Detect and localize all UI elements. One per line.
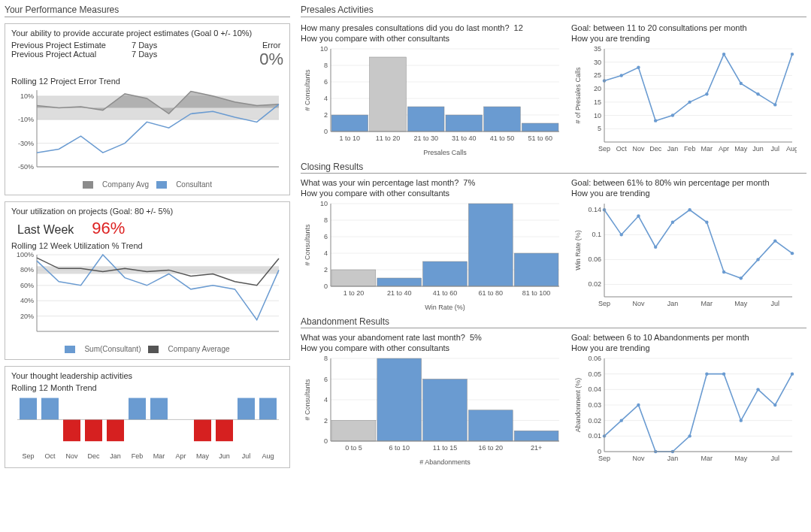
svg-rect-133 — [423, 261, 468, 286]
chart-aband-hist: 024680 to 56 to 1011 to 1516 to 2021+# A… — [301, 354, 564, 467]
chart-closing-hist: 02468101 to 2021 to 4041 to 6061 to 8081… — [301, 199, 564, 312]
section-closing: Closing Results — [301, 162, 806, 174]
svg-text:Mar: Mar — [153, 452, 165, 460]
closing-trend-label: How you are trending — [571, 189, 806, 198]
svg-rect-186 — [423, 379, 468, 442]
svg-text:Jun: Jun — [219, 452, 230, 460]
svg-text:-10%: -10% — [18, 116, 34, 123]
svg-point-98 — [740, 82, 743, 85]
svg-point-154 — [654, 246, 657, 249]
aband-compare: How you compare with other consultants — [301, 343, 564, 352]
chart-thought-trend: SepOctNovDecJanFebMarAprMayJunJulAug — [11, 394, 282, 461]
svg-text:Abandonment (%): Abandonment (%) — [574, 378, 582, 433]
svg-text:0.05: 0.05 — [588, 370, 601, 378]
svg-rect-64 — [407, 107, 444, 131]
svg-rect-182 — [331, 421, 376, 442]
svg-rect-32 — [107, 419, 124, 441]
svg-text:10: 10 — [320, 45, 328, 53]
svg-text:Sep: Sep — [598, 145, 610, 153]
svg-point-156 — [688, 208, 691, 211]
svg-text:May: May — [196, 452, 210, 460]
svg-text:# Consultants: # Consultants — [304, 224, 311, 266]
svg-point-221 — [791, 372, 794, 375]
lastweek-label: Last Week — [17, 223, 74, 237]
svg-text:Mar: Mar — [701, 300, 713, 307]
svg-text:41 to 60: 41 to 60 — [433, 289, 458, 297]
svg-text:11 to 15: 11 to 15 — [433, 444, 458, 452]
svg-text:10: 10 — [320, 200, 328, 207]
svg-text:25: 25 — [594, 71, 601, 79]
svg-text:80%: 80% — [20, 266, 34, 274]
svg-text:0.1: 0.1 — [592, 231, 601, 238]
panel-utilization: Your utilization on projects (Goal: 80 +… — [5, 201, 290, 360]
svg-text:0.02: 0.02 — [588, 417, 601, 425]
svg-text:51 to 60: 51 to 60 — [528, 135, 552, 142]
svg-text:Nov: Nov — [632, 300, 645, 307]
svg-rect-62 — [370, 57, 407, 131]
svg-rect-26 — [41, 398, 59, 420]
svg-text:Jan: Jan — [110, 452, 121, 460]
svg-point-155 — [671, 221, 674, 224]
section-presales: Presales Activities — [301, 5, 806, 17]
svg-point-212 — [637, 404, 640, 407]
svg-text:4: 4 — [324, 396, 328, 404]
presales-trend-label: How you are trending — [571, 34, 806, 43]
svg-text:0.02: 0.02 — [588, 280, 601, 288]
legend-company-avg: Company Avg — [102, 180, 149, 189]
svg-text:# Consultants: # Consultants — [304, 69, 311, 111]
svg-text:16 to 20: 16 to 20 — [479, 444, 504, 452]
svg-point-153 — [637, 214, 640, 217]
svg-text:5: 5 — [598, 125, 601, 132]
svg-point-218 — [740, 419, 743, 422]
svg-text:0: 0 — [324, 128, 328, 135]
svg-text:# Abandonments: # Abandonments — [419, 458, 471, 466]
thought-title: Your thought leadership activities — [11, 371, 283, 380]
svg-text:Sep: Sep — [22, 452, 34, 460]
svg-point-95 — [688, 101, 691, 104]
svg-text:Dec: Dec — [87, 452, 100, 460]
svg-text:Dec: Dec — [649, 145, 662, 153]
svg-point-101 — [791, 53, 794, 56]
svg-text:10: 10 — [594, 112, 601, 119]
svg-text:60%: 60% — [20, 282, 34, 289]
svg-rect-129 — [331, 270, 376, 286]
svg-text:4: 4 — [324, 249, 328, 257]
svg-text:Jan: Jan — [667, 145, 679, 153]
svg-point-152 — [620, 233, 623, 236]
presales-compare: How you compare with other consultants — [301, 34, 564, 43]
svg-text:May: May — [734, 300, 748, 307]
panel-estimates: Your ability to provide accurate project… — [5, 23, 290, 195]
legend-sum-consultant: Sum(Consultant) — [84, 345, 141, 353]
svg-rect-0 — [37, 96, 279, 119]
svg-text:2: 2 — [324, 417, 328, 425]
aband-goal: Goal: between 6 to 10 Abandonments per m… — [571, 333, 806, 342]
svg-text:81 to 100: 81 to 100 — [522, 289, 551, 297]
svg-text:Jul: Jul — [242, 452, 251, 460]
svg-text:Sep: Sep — [598, 455, 610, 462]
svg-point-99 — [756, 92, 759, 95]
svg-rect-34 — [129, 398, 146, 420]
svg-point-219 — [756, 388, 759, 391]
chart-utilization-trend: 100%80%60%40%20% — [11, 252, 282, 342]
svg-point-217 — [722, 372, 725, 375]
aband-answer: 5% — [470, 333, 482, 342]
svg-text:2: 2 — [324, 111, 328, 119]
chart-presales-hist: 02468101 to 1011 to 2021 to 3031 to 4041… — [301, 44, 564, 157]
svg-text:Win Rate (%): Win Rate (%) — [574, 230, 582, 271]
svg-text:8: 8 — [324, 62, 328, 69]
svg-text:Jun: Jun — [752, 145, 764, 153]
svg-point-216 — [705, 372, 708, 375]
svg-text:Jul: Jul — [771, 455, 780, 462]
error-trend-title: Rolling 12 Project Error Trend — [11, 77, 283, 86]
svg-text:Feb: Feb — [132, 452, 144, 460]
svg-rect-184 — [377, 358, 422, 441]
prev-actual-value: 7 Days — [132, 50, 177, 59]
svg-text:0.03: 0.03 — [588, 401, 601, 409]
svg-rect-30 — [85, 419, 102, 441]
svg-text:6 to 10: 6 to 10 — [389, 444, 410, 452]
svg-text:0 to 5: 0 to 5 — [345, 444, 362, 452]
svg-text:100%: 100% — [17, 252, 34, 258]
svg-text:0.06: 0.06 — [588, 355, 601, 362]
svg-text:21 to 30: 21 to 30 — [413, 135, 438, 142]
chart-closing-trend: 0.020.060.10.14SepNovJanMarMayJulWin Rat… — [571, 199, 797, 312]
